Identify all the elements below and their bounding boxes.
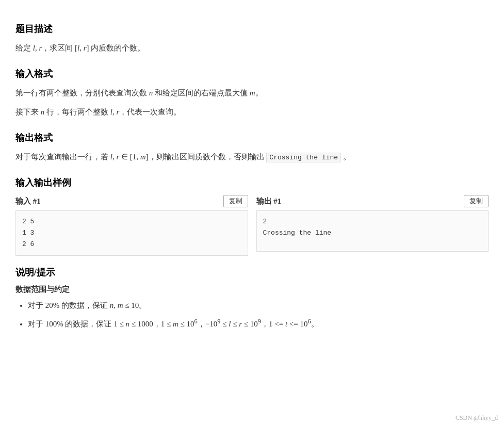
hint-item-1: 对于 20% 的数据，保证 n, m ≤ 10。 <box>28 299 489 313</box>
crossing-the-line-code: Crossing the line <box>266 153 341 162</box>
input-code-box: 2 5 1 3 2 6 <box>15 210 248 256</box>
output-label: 输出 #1 <box>256 196 282 206</box>
input-block: 输入 #1 复制 2 5 1 3 2 6 <box>15 195 248 256</box>
input-format-title: 输入格式 <box>15 68 489 80</box>
input-format-line1: 第一行有两个整数，分别代表查询次数 n 和给定区间的右端点最大值 m。 <box>15 86 489 100</box>
problem-desc-content: 给定 l, r，求区间 [l, r] 内质数的个数。 <box>15 41 489 55</box>
output-copy-button[interactable]: 复制 <box>464 195 489 207</box>
hints-section: 说明/提示 数据范围与约定 对于 20% 的数据，保证 n, m ≤ 10。 对… <box>15 266 489 331</box>
output-code-box: 2 Crossing the line <box>256 210 489 252</box>
input-label: 输入 #1 <box>15 196 41 206</box>
output-block: 输出 #1 复制 2 Crossing the line <box>256 195 489 256</box>
hint-item-2: 对于 100% 的数据，保证 1 ≤ n ≤ 1000，1 ≤ m ≤ 106，… <box>28 316 489 331</box>
input-copy-button[interactable]: 复制 <box>223 195 248 207</box>
input-header: 输入 #1 复制 <box>15 195 248 207</box>
hints-list: 对于 20% 的数据，保证 n, m ≤ 10。 对于 100% 的数据，保证 … <box>15 299 489 331</box>
hints-subtitle: 数据范围与约定 <box>15 285 489 294</box>
problem-desc-title: 题目描述 <box>15 23 489 35</box>
input-format-line2: 接下来 n 行，每行两个整数 l, r，代表一次查询。 <box>15 105 489 119</box>
output-format-content: 对于每次查询输出一行，若 l, r ∈ [1, m]，则输出区间质数个数，否则输… <box>15 150 489 164</box>
io-examples-container: 输入 #1 复制 2 5 1 3 2 6 输出 #1 复制 2 Crossing… <box>15 195 489 256</box>
output-format-title: 输出格式 <box>15 132 489 144</box>
hints-title: 说明/提示 <box>15 266 489 278</box>
output-header: 输出 #1 复制 <box>256 195 489 207</box>
examples-title: 输入输出样例 <box>15 176 489 189</box>
